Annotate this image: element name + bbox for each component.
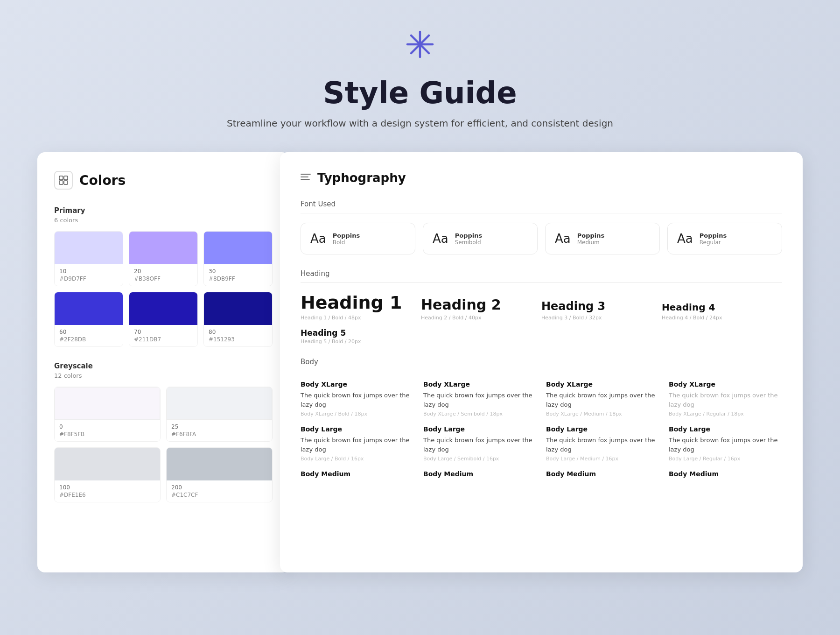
heading-1-meta: Heading 1 / Bold / 48px: [301, 315, 421, 321]
grey-swatch-100: 100 #DFE1E6: [54, 447, 161, 502]
body-large-medium-title: Body Large: [546, 425, 659, 433]
body-medium-row: Body Medium Body Medium Body Medium Body…: [301, 470, 782, 480]
grey-num-100: 100: [59, 484, 155, 491]
swatch-hex-70: #211DB7: [134, 336, 193, 343]
font-card-semibold: Aa Poppins Semibold: [423, 223, 538, 254]
primary-color-grid: 10 #D9D7FF 20 #B38OFF 30: [54, 231, 273, 347]
body-large-medium-text: The quick brown fox jumps over the lazy …: [546, 436, 659, 454]
swatch-hex-20: #B38OFF: [134, 275, 193, 282]
heading-divider: [301, 282, 782, 283]
body-xlarge-regular-meta: Body XLarge / Regular / 18px: [669, 411, 782, 417]
swatch-block-20: [129, 232, 197, 264]
swatch-block-10: [55, 232, 123, 264]
body-xlarge-regular-title: Body XLarge: [669, 381, 782, 388]
body-xlarge-regular-text: The quick brown fox jumps over the lazy …: [669, 391, 782, 409]
body-section: Body Body XLarge The quick brown fox jum…: [301, 358, 782, 480]
body-xlarge-medium-title: Body XLarge: [546, 381, 659, 388]
font-aa-bold: Aa: [310, 232, 326, 246]
grey-hex-0: #F8F5FB: [59, 431, 155, 437]
greyscale-label: Greyscale: [54, 362, 273, 370]
body-medium-semibold-title: Body Medium: [423, 470, 537, 478]
grey-hex-200: #C1C7CF: [171, 492, 267, 498]
body-xlarge-medium-text: The quick brown fox jumps over the lazy …: [546, 391, 659, 409]
body-large-regular-meta: Body Large / Regular / 16px: [669, 456, 782, 462]
body-large-semibold-text: The quick brown fox jumps over the lazy …: [423, 436, 537, 454]
body-large-medium-meta: Body Large / Medium / 16px: [546, 456, 659, 462]
swatch-num-60: 60: [59, 329, 118, 335]
swatch-hex-10: #D9D7FF: [59, 275, 118, 282]
body-large-row: Body Large The quick brown fox jumps ove…: [301, 425, 782, 462]
headings-row: Heading 1 Heading 1 / Bold / 48px Headin…: [301, 292, 782, 321]
heading-2-meta: Heading 2 / Bold / 40px: [421, 315, 541, 321]
body-xlarge-row: Body XLarge The quick brown fox jumps ov…: [301, 381, 782, 417]
heading-1-item: Heading 1 Heading 1 / Bold / 48px: [301, 292, 421, 321]
grey-grid: 0 #F8F5FB 25 #F6F8FA 100: [54, 387, 273, 502]
body-xlarge-semibold-title: Body XLarge: [423, 381, 537, 388]
heading-1-sample: Heading 1: [301, 292, 421, 313]
font-weight-medium: Medium: [577, 239, 605, 246]
colors-card-header: Colors: [54, 171, 273, 190]
color-swatch-10: 10 #D9D7FF: [54, 231, 123, 286]
body-large-regular-text: The quick brown fox jumps over the lazy …: [669, 436, 782, 454]
page-title: Style Guide: [0, 76, 840, 110]
body-large-medium: Body Large The quick brown fox jumps ove…: [546, 425, 659, 462]
heading-3-item: Heading 3 Heading 3 / Bold / 32px: [541, 300, 662, 321]
cards-row: Colors Primary 6 colors 10 #D9D7FF: [0, 152, 840, 572]
hero-section: Style Guide Streamline your workflow wit…: [0, 0, 840, 152]
heading-5-sample: Heading 5: [301, 328, 782, 338]
body-xlarge-semibold-meta: Body XLarge / Semibold / 18px: [423, 411, 537, 417]
font-name-bold: Poppins: [333, 232, 360, 239]
body-large-bold-title: Body Large: [301, 425, 414, 433]
font-name-semibold: Poppins: [455, 232, 483, 239]
color-swatch-30: 30 #8DB9FF: [203, 231, 273, 286]
body-large-bold: Body Large The quick brown fox jumps ove…: [301, 425, 414, 462]
heading-4-item: Heading 4 Heading 4 / Bold / 24px: [662, 302, 782, 321]
primary-label: Primary: [54, 206, 273, 215]
heading-2-item: Heading 2 Heading 2 / Bold / 40px: [421, 296, 541, 321]
colors-icon: [54, 171, 73, 190]
body-medium-medium: Body Medium: [546, 470, 659, 480]
body-xlarge-bold-meta: Body XLarge / Bold / 18px: [301, 411, 414, 417]
body-xlarge-semibold: Body XLarge The quick brown fox jumps ov…: [423, 381, 537, 417]
heading-section-label: Heading: [301, 269, 782, 278]
swatch-block-70: [129, 292, 197, 325]
body-medium-regular-title: Body Medium: [669, 470, 782, 478]
swatch-num-30: 30: [209, 268, 267, 275]
font-card-medium: Aa Poppins Medium: [545, 223, 660, 254]
body-section-label: Body: [301, 358, 782, 366]
font-weight-bold: Bold: [333, 239, 360, 246]
greyscale-sublabel: 12 colors: [54, 372, 273, 379]
primary-colors-section: Primary 6 colors 10 #D9D7FF 20 #B38OFF: [54, 206, 273, 347]
swatch-hex-30: #8DB9FF: [209, 275, 267, 282]
font-aa-medium: Aa: [555, 232, 571, 246]
swatch-num-80: 80: [209, 329, 267, 335]
grey-num-200: 200: [171, 484, 267, 491]
grey-swatch-25: 25 #F6F8FA: [166, 387, 273, 442]
heading-4-sample: Heading 4: [662, 302, 782, 313]
grey-hex-25: #F6F8FA: [171, 431, 267, 437]
body-large-bold-meta: Body Large / Bold / 16px: [301, 456, 414, 462]
color-swatch-60: 60 #2F28DB: [54, 292, 123, 347]
font-weight-regular: Regular: [700, 239, 727, 246]
body-large-semibold: Body Large The quick brown fox jumps ove…: [423, 425, 537, 462]
typo-icon: [301, 172, 311, 183]
body-xlarge-medium: Body XLarge The quick brown fox jumps ov…: [546, 381, 659, 417]
page-subtitle: Streamline your workflow with a design s…: [0, 118, 840, 129]
body-large-semibold-meta: Body Large / Semibold / 16px: [423, 456, 537, 462]
svg-rect-4: [59, 176, 63, 180]
body-medium-semibold: Body Medium: [423, 470, 537, 480]
font-divider: [301, 213, 782, 213]
body-xlarge-medium-meta: Body XLarge / Medium / 18px: [546, 411, 659, 417]
typo-title: Typhography: [317, 171, 406, 185]
grey-hex-100: #DFE1E6: [59, 492, 155, 498]
heading-4-meta: Heading 4 / Bold / 24px: [662, 315, 782, 321]
body-xlarge-regular: Body XLarge The quick brown fox jumps ov…: [669, 381, 782, 417]
greyscale-section: Greyscale 12 colors 0 #F8F5FB 25 #F6F8F: [54, 362, 273, 502]
swatch-hex-60: #2F28DB: [59, 336, 118, 343]
font-aa-regular: Aa: [677, 232, 693, 246]
typography-card: Typhography Font Used Aa Poppins Bold Aa…: [280, 152, 803, 572]
grey-swatch-0: 0 #F8F5FB: [54, 387, 161, 442]
body-large-regular: Body Large The quick brown fox jumps ove…: [669, 425, 782, 462]
swatch-num-10: 10: [59, 268, 118, 275]
svg-rect-5: [64, 176, 68, 180]
